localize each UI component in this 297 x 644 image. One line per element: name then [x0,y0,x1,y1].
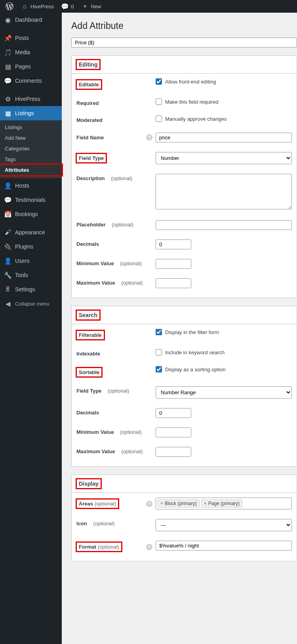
indexable-checkbox-label[interactable]: Include in keyword search [156,349,292,355]
sub-item-attributes[interactable]: Attributes [0,165,62,175]
wrench-icon: 🔧 [4,271,12,279]
filterable-checkbox-label[interactable]: Display in the filter form [156,329,292,335]
sidebar-label-settings: Settings [15,286,35,293]
sub-item-listings[interactable]: Listings [0,122,62,133]
editable-checkbox[interactable] [156,78,162,85]
sub-item-tags[interactable]: Tags [0,154,62,165]
format-input[interactable] [156,541,292,551]
collapse-menu[interactable]: ◀Collapse menu [0,296,62,311]
plugin-icon: 🔌 [4,243,12,251]
decimals-input[interactable] [156,239,191,249]
search-field-type-label: Field Type [76,388,101,394]
sidebar-label-testimonials: Testimonials [15,197,46,203]
search-decimals-label: Decimals [76,410,99,416]
sortable-checkbox-label[interactable]: Display as a sorting option [156,366,292,372]
comments-icon: 💬 [4,77,12,85]
max-value-input[interactable] [156,278,191,288]
sidebar-item-testimonials[interactable]: 💬Testimonials [0,193,62,207]
optional-text: (optional) [121,448,143,454]
filterable-checkbox[interactable] [156,329,162,335]
collapse-label: Collapse menu [15,301,50,307]
main-content: Add Attribute Editing Editable Allow fro… [62,13,297,644]
sidebar-item-settings[interactable]: 🎚Settings [0,282,62,296]
users-icon: 👤 [4,257,12,265]
home-icon: ⌂ [21,2,29,10]
placeholder-input[interactable] [156,220,292,230]
sidebar-item-users[interactable]: 👤Users [0,254,62,268]
field-name-input[interactable] [156,133,292,142]
sidebar-item-hosts[interactable]: 👤Hosts [0,179,62,193]
chat-icon: 💬 [4,196,12,204]
sidebar-item-dashboard[interactable]: ◉Dashboard [0,13,62,27]
site-name-menu[interactable]: ⌂HivePress [18,2,56,10]
description-textarea[interactable] [156,174,292,209]
sub-item-categories[interactable]: Categories [0,143,62,154]
listings-submenu: Listings Add New Categories Tags Attribu… [0,120,62,179]
moderated-text: Manually approve changes [165,116,227,122]
sidebar-item-plugins[interactable]: 🔌Plugins [0,239,62,254]
required-checkbox[interactable] [156,99,162,105]
sidebar-item-media[interactable]: 🎵Media [0,45,62,59]
sidebar-item-posts[interactable]: 📌Posts [0,31,62,45]
icon-select[interactable]: — [156,519,292,531]
comment-icon: 💬 [61,2,69,10]
field-type-select[interactable]: Number [156,152,292,164]
sidebar-label-bookings: Bookings [15,211,38,217]
search-max-label: Maximum Value [76,448,115,454]
editing-heading: Editing [72,56,297,74]
sub-item-add-new[interactable]: Add New [0,133,62,143]
required-checkbox-label[interactable]: Make this field required [156,99,292,105]
display-panel: Display Areas (optional)? ×Block (primar… [71,475,297,561]
decimals-label: Decimals [76,241,99,247]
sidebar-label-tools: Tools [15,272,28,278]
moderated-checkbox[interactable] [156,116,162,122]
brush-icon: 🖌 [4,228,12,236]
field-name-label: Field Name [76,135,104,141]
area-tag-label: Block (primary) [165,501,197,506]
sidebar-item-hivepress[interactable]: ⚙HivePress [0,92,62,106]
sidebar-label-pages: Pages [15,63,31,70]
areas-tags-input[interactable]: ×Block (primary) ×Page (primary) [156,498,292,509]
person-icon: 👤 [4,182,12,190]
search-decimals-input[interactable] [156,408,191,418]
sidebar-item-pages[interactable]: ▤Pages [0,59,62,74]
help-icon[interactable]: ? [146,544,152,550]
admin-toolbar: ⌂HivePress 💬0 +New [0,0,297,13]
filterable-label: Filterable [76,331,104,340]
search-min-input[interactable] [156,427,191,437]
remove-tag-icon[interactable]: × [204,501,207,506]
editing-heading-text: Editing [76,60,100,69]
help-icon[interactable]: ? [146,134,152,141]
sidebar-item-appearance[interactable]: 🖌Appearance [0,225,62,239]
search-max-input[interactable] [156,447,191,457]
comments-menu[interactable]: 💬0 [59,2,76,10]
sortable-label: Sortable [76,368,102,377]
sidebar-label-hosts: Hosts [15,182,29,189]
editable-checkbox-label[interactable]: Allow front-end editing [156,78,292,85]
area-tag: ×Block (primary) [158,500,200,507]
sidebar-item-bookings[interactable]: 📅Bookings [0,207,62,221]
field-type-label: Field Type [76,154,106,163]
min-value-label: Minimum Value [76,260,114,266]
wp-logo-menu[interactable] [3,2,16,10]
remove-tag-icon[interactable]: × [160,501,163,506]
moderated-checkbox-label[interactable]: Manually approve changes [156,116,292,122]
help-icon[interactable]: ? [146,501,152,507]
sidebar-item-comments[interactable]: 💬Comments [0,74,62,88]
new-content-menu[interactable]: +New [78,2,103,10]
sidebar-item-listings[interactable]: ▦Listings [0,106,62,120]
wordpress-icon [6,2,13,10]
sortable-checkbox[interactable] [156,366,162,372]
search-heading: Search [72,306,297,324]
sidebar-item-tools[interactable]: 🔧Tools [0,268,62,282]
min-value-input[interactable] [156,259,191,269]
sidebar-label-dashboard: Dashboard [15,17,42,23]
attribute-title-input[interactable] [71,38,297,47]
search-field-type-select[interactable]: Number Range [156,386,292,399]
placeholder-label: Placeholder [76,222,106,228]
indexable-checkbox[interactable] [156,349,162,355]
search-min-label: Minimum Value [76,429,114,435]
optional-text: (optional) [121,280,143,286]
editing-panel: Editing Editable Allow front-end editing… [71,55,297,298]
filterable-text: Display in the filter form [165,329,219,335]
